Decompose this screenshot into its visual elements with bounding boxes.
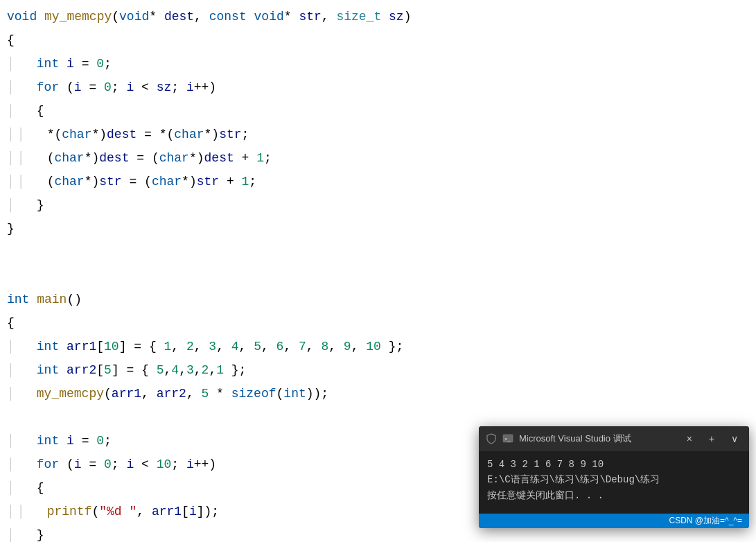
terminal-titlebar: >_ Microsoft Visual Studio 调试 × + ∨ — [479, 426, 749, 451]
code-line-main-sig: int main() — [7, 290, 756, 313]
code-line-blank1 — [7, 243, 756, 266]
code-line-open-brace-2: │ { — [7, 101, 756, 125]
terminal-footer: CSDN @加油=^_^= — [479, 514, 749, 528]
code-line-fn-signature: void my_memcpy(void* dest, const void* s… — [7, 7, 756, 30]
code-line-close-brace-2: │ } — [7, 195, 756, 219]
terminal-body: 5 4 3 2 1 6 7 8 9 10 E:\C语言练习\练习\练习\Debu… — [479, 451, 749, 514]
terminal-icon: >_ — [502, 433, 513, 444]
terminal-window: >_ Microsoft Visual Studio 调试 × + ∨ 5 4 … — [479, 426, 749, 528]
code-line-arr1: │ int arr1[10] = { 1, 2, 3, 4, 5, 6, 7, … — [7, 337, 756, 360]
code-line-int-i: │ int i = 0; — [7, 54, 756, 78]
terminal-add-btn[interactable]: + — [705, 432, 719, 446]
shield-icon — [486, 433, 497, 444]
terminal-controls: × + ∨ — [683, 432, 742, 446]
code-line-deref-assign: │ │ *(char*)dest = *(char*)str; — [7, 125, 756, 148]
terminal-expand-btn[interactable]: ∨ — [727, 432, 742, 446]
code-line-char-dest: │ │ (char*)dest = (char*)dest + 1; — [7, 148, 756, 172]
terminal-output-line1: 5 4 3 2 1 6 7 8 9 10 — [487, 457, 741, 472]
code-line-memcpy-call: │ my_memcpy(arr1, arr2, 5 * sizeof(int))… — [7, 384, 756, 408]
code-line-for-loop: │ for (i = 0; i < sz; i++) — [7, 78, 756, 101]
terminal-footer-text: CSDN @加油=^_^= — [669, 516, 742, 525]
terminal-title: Microsoft Visual Studio 调试 — [519, 432, 677, 445]
svg-text:>_: >_ — [504, 437, 511, 442]
terminal-output-line3: 按任意键关闭此窗口. . . — [487, 488, 741, 503]
code-line-blank2 — [7, 266, 756, 290]
code-line-open-brace-3: { — [7, 313, 756, 337]
terminal-output-line2: E:\C语言练习\练习\练习\Debug\练习 — [487, 472, 741, 487]
code-line-char-str: │ │ (char*)str = (char*)str + 1; — [7, 172, 756, 195]
code-line-arr2: │ int arr2[5] = { 5,4,3,2,1 }; — [7, 360, 756, 384]
code-editor: void my_memcpy(void* dest, const void* s… — [0, 0, 756, 542]
code-line-open-brace-1: { — [7, 30, 756, 54]
code-line-close-brace-1: } — [7, 219, 756, 243]
terminal-close-btn[interactable]: × — [683, 432, 696, 446]
